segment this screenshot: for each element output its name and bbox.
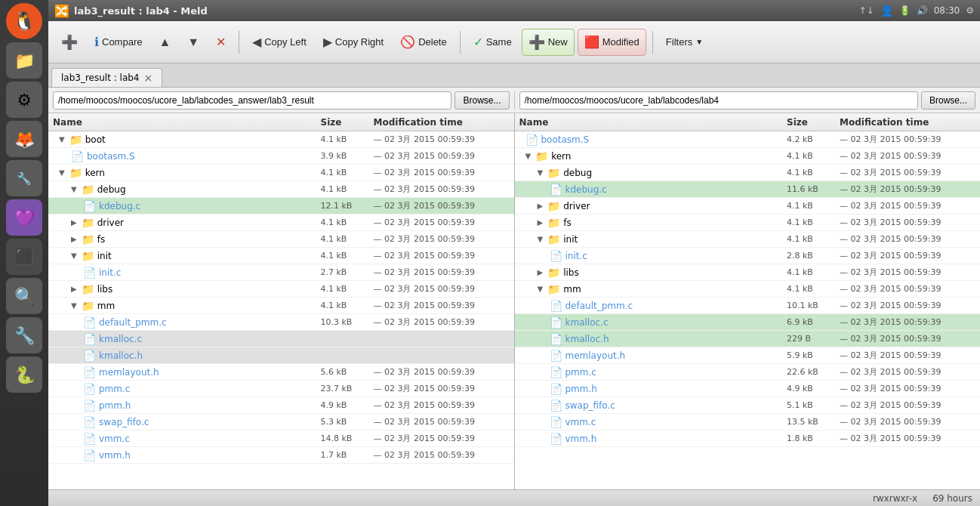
folder-icon: 📁 [82, 184, 94, 196]
folder-icon: 📁 [535, 150, 548, 162]
file-item[interactable]: 📄kmalloc.c 6.9 kB — 02 3月 2015 00:59:39 [515, 314, 981, 331]
expand-arrow: ▼ [525, 152, 532, 160]
file-item[interactable]: ▼📁debug 4.1 kB — 02 3月 2015 00:59:39 [48, 181, 514, 198]
add-button[interactable]: ➕ [54, 29, 85, 56]
file-item[interactable]: 📄vmm.h 1.7 kB — 02 3月 2015 00:59:39 [48, 447, 514, 464]
tool-icon[interactable]: 🔧 [6, 317, 42, 353]
separator-2 [460, 31, 461, 54]
copy-left-button[interactable]: ◀ Copy Left [245, 29, 313, 56]
expand-arrow: ▶ [538, 268, 544, 276]
file-date: — 02 3月 2015 00:59:39 [840, 400, 975, 411]
left-path-container: Browse... [48, 91, 515, 110]
file-item[interactable]: 📄memlayout.h 5.6 kB — 02 3月 2015 00:59:3… [48, 364, 514, 381]
file-item[interactable]: 📄default_pmm.c 10.3 kB — 02 3月 2015 00:5… [48, 314, 514, 331]
file-size: 4.2 kB [787, 134, 840, 144]
unity-icon[interactable]: 💜 [6, 199, 42, 236]
file-size: 1.7 kB [321, 450, 374, 460]
file-item[interactable]: 📄vmm.c 14.8 kB — 02 3月 2015 00:59:39 [48, 430, 514, 447]
file-item[interactable]: ▼📁kern 4.1 kB — 02 3月 2015 00:59:39 [48, 165, 514, 181]
file-item[interactable]: ▼📁kern 4.1 kB — 02 3月 2015 00:59:39 [515, 148, 981, 165]
tab-close-button[interactable]: × [144, 72, 153, 84]
firefox-icon[interactable]: 🦊 [6, 121, 42, 157]
file-item[interactable]: ▼📁init 4.1 kB — 02 3月 2015 00:59:39 [515, 231, 981, 248]
python-icon[interactable]: 🐍 [6, 356, 42, 393]
file-item[interactable]: ▶📁driver 4.1 kB — 02 3月 2015 00:59:39 [515, 198, 981, 214]
file-item[interactable]: ▶📁fs 4.1 kB — 02 3月 2015 00:59:39 [515, 214, 981, 231]
file-item[interactable]: 📄default_pmm.c 10.1 kB — 02 3月 2015 00:5… [515, 298, 981, 314]
titlebar: 🔀 lab3_result : lab4 - Meld ↑↓ 👤 🔋 🔊 08:… [48, 0, 980, 21]
delete-icon: 🚫 [400, 35, 415, 49]
folder-icon: 📁 [547, 283, 560, 295]
file-item[interactable]: 📄pmm.c 23.7 kB — 02 3月 2015 00:59:39 [48, 381, 514, 397]
left-browse-button[interactable]: Browse... [455, 91, 509, 110]
right-file-list[interactable]: 📄bootasm.S 4.2 kB — 02 3月 2015 00:59:39 … [515, 131, 981, 489]
up-icon: ▲ [159, 35, 171, 49]
same-button[interactable]: ✓ Same [467, 29, 519, 56]
file-date: — 02 3月 2015 00:59:39 [374, 400, 510, 411]
file-item[interactable]: 📄kmalloc.h [48, 347, 514, 364]
delete-button[interactable]: 🚫 Delete [393, 29, 454, 56]
settings-icon[interactable]: ⚙ [6, 82, 42, 118]
system-icon[interactable]: 🔧 [6, 160, 42, 196]
file-item[interactable]: 📄swap_fifo.c 5.1 kB — 02 3月 2015 00:59:3… [515, 397, 981, 414]
file-item[interactable]: ▶📁fs 4.1 kB — 02 3月 2015 00:59:39 [48, 231, 514, 248]
new-button[interactable]: ➕ New [522, 29, 575, 56]
file-item[interactable]: 📄bootasm.S 4.2 kB — 02 3月 2015 00:59:39 [515, 131, 981, 148]
up-button[interactable]: ▲ [152, 29, 177, 56]
file-item[interactable]: ▼📁mm 4.1 kB — 02 3月 2015 00:59:39 [515, 281, 981, 298]
stop-button[interactable]: ✕ [209, 29, 233, 56]
left-path-input[interactable] [53, 91, 451, 110]
file-item[interactable]: ▶📁driver 4.1 kB — 02 3月 2015 00:59:39 [48, 214, 514, 231]
ubuntu-dock: 🐧 📁 ⚙ 🦊 🔧 💜 ⬛ 🔍 🔧 🐍 [0, 0, 48, 506]
same-icon: ✓ [473, 35, 483, 49]
file-name-text: kmalloc.c [99, 334, 142, 344]
file-item[interactable]: ▼📁debug 4.1 kB — 02 3月 2015 00:59:39 [515, 165, 981, 181]
file-item[interactable]: 📄pmm.h 4.9 kB — 02 3月 2015 00:59:39 [48, 397, 514, 414]
file-item[interactable]: 📄pmm.c 22.6 kB — 02 3月 2015 00:59:39 [515, 364, 981, 381]
file-item[interactable]: 📄vmm.h 1.8 kB — 02 3月 2015 00:59:39 [515, 430, 981, 447]
file-item[interactable]: 📄kdebug.c 11.6 kB — 02 3月 2015 00:59:39 [515, 181, 981, 198]
file-item[interactable]: 📄kdebug.c 12.1 kB — 02 3月 2015 00:59:39 [48, 198, 514, 214]
file-size: 229 B [787, 334, 840, 344]
file-item[interactable]: 📄swap_fifo.c 5.3 kB — 02 3月 2015 00:59:3… [48, 414, 514, 430]
right-path-input[interactable] [519, 91, 918, 110]
file-name-text: pmm.c [566, 367, 596, 378]
files-icon[interactable]: 📁 [6, 42, 42, 79]
main-tab[interactable]: lab3_result : lab4 × [51, 68, 162, 87]
copy-right-button[interactable]: ▶ Copy Right [316, 29, 390, 56]
file-item[interactable]: 📄kmalloc.c [48, 331, 514, 347]
file-name-text: init [97, 251, 112, 261]
file-item[interactable]: 📄init.c 2.8 kB — 02 3月 2015 00:59:39 [515, 248, 981, 264]
file-size: 23.7 kB [321, 384, 374, 393]
right-file-pane: Name Size Modification time 📄bootasm.S 4… [515, 113, 981, 489]
modified-button[interactable]: 🟥 Modified [578, 29, 646, 56]
modified-icon: 🟥 [584, 35, 599, 49]
file-item[interactable]: ▶📁libs 4.1 kB — 02 3月 2015 00:59:39 [48, 281, 514, 298]
terminal-icon[interactable]: ⬛ [6, 239, 42, 275]
titlebar-left: 🔀 lab3_result : lab4 - Meld [54, 4, 208, 18]
file-item[interactable]: 📄init.c 2.7 kB — 02 3月 2015 00:59:39 [48, 264, 514, 281]
file-item[interactable]: 📄vmm.c 13.5 kB — 02 3月 2015 00:59:39 [515, 414, 981, 430]
file-item[interactable]: 📄memlayout.h 5.9 kB — 02 3月 2015 00:59:3… [515, 347, 981, 364]
file-item[interactable]: ▼📁mm 4.1 kB — 02 3月 2015 00:59:39 [48, 298, 514, 314]
file-size: 10.3 kB [321, 317, 374, 327]
file-name-text: memlayout.h [566, 350, 626, 361]
file-item[interactable]: ▼📁init 4.1 kB — 02 3月 2015 00:59:39 [48, 248, 514, 264]
file-h-icon: 📄 [550, 433, 562, 445]
file-name-text: pmm.h [566, 384, 597, 394]
down-button[interactable]: ▼ [180, 29, 206, 56]
file-item[interactable]: 📄pmm.h 4.9 kB — 02 3月 2015 00:59:39 [515, 381, 981, 397]
file-date: — 02 3月 2015 00:59:39 [840, 300, 975, 311]
file-item[interactable]: ▶📁libs 4.1 kB — 02 3月 2015 00:59:39 [515, 264, 981, 281]
ubuntu-logo[interactable]: 🐧 [6, 3, 42, 39]
folder-icon: 📁 [82, 250, 94, 262]
right-browse-button[interactable]: Browse... [921, 91, 975, 110]
file-item[interactable]: 📄bootasm.S 3.9 kB — 02 3月 2015 00:59:39 [48, 148, 514, 165]
left-file-list[interactable]: ▼📁boot 4.1 kB — 02 3月 2015 00:59:39 📄boo… [48, 131, 514, 489]
compare-button[interactable]: ℹ Compare [88, 29, 149, 56]
filters-button[interactable]: Filters ▼ [659, 29, 710, 56]
file-item[interactable]: 📄kmalloc.h 229 B — 02 3月 2015 00:59:39 [515, 331, 981, 347]
file-size: 5.1 kB [787, 400, 840, 410]
search-icon[interactable]: 🔍 [6, 278, 42, 314]
file-item[interactable]: ▼📁boot 4.1 kB — 02 3月 2015 00:59:39 [48, 131, 514, 148]
